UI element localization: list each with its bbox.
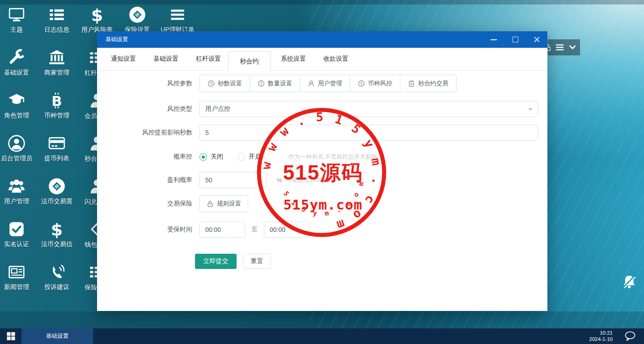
tab-杠杆设置[interactable]: 杠杆设置 xyxy=(196,48,221,70)
bitcoin-icon: B xyxy=(48,91,66,110)
tab-基础设置[interactable]: 基础设置 xyxy=(153,48,178,70)
desktop-icon-label: 杠杆 xyxy=(85,69,97,77)
desktop-icon-label: 会员 xyxy=(85,112,97,120)
tab-通知设置[interactable]: 通知设置 xyxy=(111,48,136,70)
trade-insurance-label: 交易保险 xyxy=(110,200,192,208)
desktop-icon[interactable]: 投诉建议 xyxy=(37,263,77,291)
background-window-toolbar xyxy=(548,39,580,55)
risk-param-button-label: 秒数设置 xyxy=(218,80,242,88)
tab-系统设置[interactable]: 系统设置 xyxy=(281,48,306,70)
maximize-button[interactable] xyxy=(504,31,526,48)
desktop-icon-label: 闪兑 xyxy=(85,198,97,206)
desktop-icon-label: 角色管理 xyxy=(4,112,29,120)
desktop-icon[interactable]: 实名认证 xyxy=(0,220,37,248)
desktop-icon[interactable]: UP理财订单 xyxy=(157,5,198,34)
desktop-icon-label: 提币列表 xyxy=(44,155,69,163)
risk-params-button-group: 秒数设置数量设置用户管理$币种风控秒合约交易 xyxy=(199,75,457,92)
form-row-probability-control: 概率控 关闭开启作为一种补充,不受风控总开关影响 xyxy=(97,149,547,165)
maximize-icon xyxy=(513,37,518,42)
lock-icon xyxy=(207,200,214,207)
form-row-actions: 立即提交 重置 xyxy=(97,254,547,269)
reset-button[interactable]: 重置 xyxy=(243,254,271,269)
desktop-icon-label: 币种管理 xyxy=(44,112,69,120)
chevron-down-icon[interactable] xyxy=(569,45,576,50)
desktop-icon-label: 钱包 xyxy=(85,241,97,249)
submit-button[interactable]: 立即提交 xyxy=(195,254,237,269)
risk-param-button-用户管理[interactable]: 用户管理 xyxy=(300,75,350,92)
badge-diamond-icon xyxy=(48,177,66,196)
desktop-icon[interactable]: 后台管理员 xyxy=(0,134,37,163)
rules-settings-button[interactable]: 规则设置 xyxy=(199,195,248,212)
risk-type-select[interactable]: 用户点控 xyxy=(199,101,538,117)
risk-type-value: 用户点控 xyxy=(205,105,230,113)
desktop-icon-label: 后台管理员 xyxy=(1,155,32,163)
desktop-icon[interactable]: 用户管理 xyxy=(0,177,37,206)
probability-radio-group: 关闭开启作为一种补充,不受风控总开关影响 xyxy=(199,153,377,161)
desktop-icon[interactable]: 基础设置 xyxy=(0,48,37,77)
taskbar-task-basic-settings[interactable]: 基础设置 xyxy=(21,328,93,344)
desktop-icon-label: 日志信息 xyxy=(44,26,69,34)
radio-label[interactable]: 关闭 xyxy=(211,153,223,161)
radio-开启[interactable] xyxy=(237,153,245,161)
badge-diamond-icon xyxy=(128,5,146,24)
select-caret-icon xyxy=(528,108,533,111)
form-row-profit-probability: 盈利概率 % 不能超过100% xyxy=(97,172,547,188)
taskbar: 基础设置 10:21 2024-1-10 xyxy=(0,328,644,344)
risk-seconds-input[interactable] xyxy=(199,125,538,141)
desktop-icon[interactable]: $用户风险率 xyxy=(77,5,117,34)
desktop-icon-label: 法币交易需 xyxy=(41,197,72,206)
chat-bubble-icon[interactable] xyxy=(624,331,636,342)
desktop-icon[interactable]: 商家管理 xyxy=(37,48,77,77)
menu-icon[interactable] xyxy=(556,44,564,50)
profit-probability-input[interactable] xyxy=(199,172,267,188)
profit-probability-hint: 不能超过100% xyxy=(286,176,324,184)
insured-time-to-input[interactable] xyxy=(264,222,309,238)
desktop-icon[interactable]: 主题 xyxy=(0,5,37,34)
radio-label[interactable]: 开启 xyxy=(249,153,261,161)
dollar-icon: $ xyxy=(88,5,106,24)
form-row-risk-seconds: 风控提前影响秒数 xyxy=(97,125,547,141)
desktop-icon[interactable]: $法币交易信 xyxy=(37,220,77,248)
svg-text:$: $ xyxy=(360,81,363,86)
tab-秒合约[interactable]: 秒合约 xyxy=(228,51,271,71)
list-icon xyxy=(48,5,66,24)
desktop-icon-label: 投诉建议 xyxy=(44,283,69,291)
monitor-icon xyxy=(8,5,25,24)
windows-logo-icon xyxy=(7,332,15,340)
minimize-button[interactable] xyxy=(483,31,504,48)
desktop-icon[interactable]: 提币列表 xyxy=(37,134,77,163)
desktop-icon[interactable]: 角色管理 xyxy=(0,91,37,120)
card-icon xyxy=(48,134,66,153)
close-button[interactable] xyxy=(526,31,547,48)
desktop-bottom-shade xyxy=(0,311,644,328)
desktop-icon[interactable]: 法币交易需 xyxy=(37,177,77,206)
risk-type-label: 风控类型 xyxy=(110,105,192,113)
grad-cap-icon xyxy=(8,91,25,110)
dialog-titlebar[interactable]: 基础设置 xyxy=(97,31,547,48)
form-row-risk-params: 风控参数 秒数设置数量设置用户管理$币种风控秒合约交易 xyxy=(97,75,547,92)
radio-关闭[interactable] xyxy=(199,153,207,161)
desktop-icon[interactable]: 日志信息 xyxy=(37,5,77,34)
person-circle-icon xyxy=(8,134,25,153)
form-row-insured-time: 受保时间 至 xyxy=(97,222,547,238)
tab-收款设置[interactable]: 收款设置 xyxy=(323,48,348,70)
taskbar-clock[interactable]: 10:21 2024-1-10 xyxy=(589,330,613,342)
insured-time-from-input[interactable] xyxy=(199,222,245,238)
risk-param-button-币种风控[interactable]: $币种风控 xyxy=(350,75,400,92)
bank-icon xyxy=(48,48,66,67)
menu-icon xyxy=(169,5,186,24)
settings-dialog: 基础设置 通知设置基础设置杠杆设置秒合约系统设置收款设置 风控参数 秒数设置数量… xyxy=(97,31,547,311)
risk-param-button-秒数设置[interactable]: 秒数设置 xyxy=(199,75,250,92)
desktop-icon[interactable]: B币种管理 xyxy=(37,91,77,120)
start-button[interactable] xyxy=(0,328,21,344)
desktop-icon-label: 商家管理 xyxy=(44,69,69,77)
people-icon xyxy=(8,177,25,196)
wrench-icon xyxy=(8,48,25,67)
risk-param-button-数量设置[interactable]: 数量设置 xyxy=(250,75,300,92)
desktop-icon[interactable]: 保险设置 xyxy=(117,5,157,34)
tab-label: 秒合约 xyxy=(240,58,259,66)
risk-param-button-秒合约交易[interactable]: 秒合约交易 xyxy=(400,75,457,92)
desktop-icon[interactable]: 新闻管理 xyxy=(0,263,37,291)
settings-tabbar: 通知设置基础设置杠杆设置秒合约系统设置收款设置 xyxy=(97,48,547,71)
probability-control-hint: 作为一种补充,不受风控总开关影响 xyxy=(288,153,377,161)
